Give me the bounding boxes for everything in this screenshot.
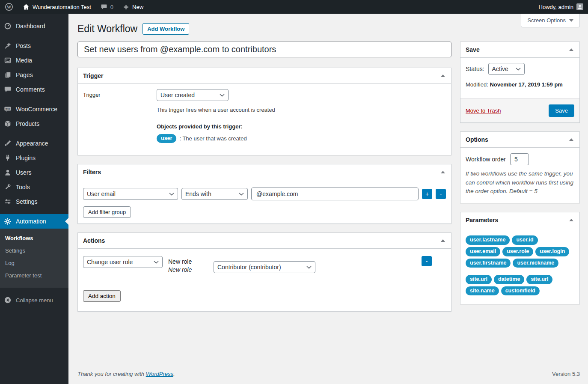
site-parameters-group: site.urldatetimesite.urlsite.namecustomf… bbox=[466, 275, 574, 295]
site-menu[interactable]: Wunderautomation Test bbox=[18, 0, 96, 14]
sidebar-subitem-settings[interactable]: Settings bbox=[0, 244, 68, 257]
parameters-panel-title: Parameters bbox=[466, 217, 498, 223]
sidebar-subitem-parameter-test[interactable]: Parameter test bbox=[0, 269, 68, 282]
parameter-pill[interactable]: site.url bbox=[526, 275, 552, 284]
admin-bar-comments[interactable]: 0 bbox=[96, 0, 118, 14]
filters-panel-body: User email Ends with + - Add filter g bbox=[78, 180, 451, 223]
status-select[interactable]: Active bbox=[488, 63, 525, 75]
sidebar-item-dashboard[interactable]: Dashboard bbox=[0, 19, 68, 33]
sidebar-item-appearance[interactable]: Appearance bbox=[0, 136, 68, 151]
sidebar-item-label: Automation bbox=[16, 218, 46, 225]
triangle-up-icon bbox=[441, 74, 445, 77]
parameter-pill[interactable]: user.lastname bbox=[466, 235, 510, 245]
trigger-select[interactable]: User created bbox=[157, 89, 229, 101]
parameter-pill[interactable]: user.firstname bbox=[466, 259, 511, 268]
modified-label: Modified: bbox=[466, 81, 488, 88]
status-label: Status: bbox=[466, 65, 484, 72]
sidebar-item-label: Users bbox=[16, 169, 32, 176]
trigger-panel-header[interactable]: Trigger bbox=[78, 68, 451, 84]
collapse-panel-button[interactable] bbox=[440, 74, 446, 77]
sidebar-item-pages[interactable]: Pages bbox=[0, 68, 68, 82]
sidebar-item-automation[interactable]: Automation bbox=[0, 214, 68, 229]
save-button[interactable]: Save bbox=[549, 104, 574, 117]
sidebar-item-media[interactable]: Media bbox=[0, 53, 68, 68]
collapse-menu-button[interactable]: Collapse menu bbox=[0, 292, 68, 308]
parameters-panel-body: user.lastnameuser.iduser.emailuser.roleu… bbox=[460, 228, 579, 304]
collapse-panel-button[interactable] bbox=[568, 138, 574, 141]
brush-icon bbox=[3, 140, 12, 147]
sidebar-subitem-workflows[interactable]: Workflows bbox=[0, 232, 68, 244]
sidebar-subitem-log[interactable]: Log bbox=[0, 257, 68, 269]
collapse-panel-button[interactable] bbox=[440, 171, 446, 173]
box-icon bbox=[3, 120, 12, 128]
filter-operator-select[interactable]: Ends with bbox=[181, 188, 248, 200]
screen-options-label: Screen Options bbox=[527, 17, 566, 24]
sidebar-item-posts[interactable]: Posts bbox=[0, 39, 68, 53]
options-panel: Options Workflow order If two workflows … bbox=[460, 131, 580, 204]
add-action-button[interactable]: Add action bbox=[83, 290, 121, 302]
action-type-select[interactable]: Change user role bbox=[83, 256, 163, 268]
admin-bar-right: Howdy, admin bbox=[534, 0, 588, 14]
save-panel-body: Status: Active Modified: November 17, 20… bbox=[460, 58, 579, 122]
svg-text:W: W bbox=[7, 5, 12, 9]
filter-value-input[interactable] bbox=[251, 188, 419, 200]
parameter-pill[interactable]: user.role bbox=[502, 247, 533, 256]
sidebar-item-label: Comments bbox=[16, 86, 45, 93]
save-panel-header[interactable]: Save bbox=[460, 42, 579, 58]
sidebar-item-users[interactable]: Users bbox=[0, 165, 68, 180]
parameters-panel-header[interactable]: Parameters bbox=[460, 212, 579, 228]
triangle-up-icon bbox=[569, 219, 573, 221]
add-filter-group-button[interactable]: Add filter group bbox=[83, 206, 131, 218]
parameter-pill[interactable]: site.name bbox=[466, 286, 499, 296]
sidebar-item-settings[interactable]: Settings bbox=[0, 194, 68, 209]
remove-filter-button[interactable]: - bbox=[436, 189, 446, 199]
triangle-up-icon bbox=[569, 138, 573, 141]
screen-options-tab[interactable]: Screen Options bbox=[521, 14, 580, 27]
workflow-order-input[interactable] bbox=[510, 153, 529, 165]
object-badge[interactable]: user bbox=[157, 134, 176, 143]
save-panel-footer: Move to Trash Save bbox=[460, 98, 579, 122]
filter-field-select[interactable]: User email bbox=[83, 188, 178, 200]
new-role-select[interactable]: Contributor (contributor) bbox=[214, 261, 315, 273]
options-panel-header[interactable]: Options bbox=[460, 132, 579, 148]
save-panel: Save Status: Active bbox=[460, 42, 580, 123]
sidebar-item-woocommerce[interactable]: Woo WooCommerce bbox=[0, 102, 68, 116]
comment-count: 0 bbox=[110, 4, 113, 10]
remove-action-button[interactable]: - bbox=[422, 256, 432, 266]
parameter-pill[interactable]: user.login bbox=[535, 247, 569, 256]
sidebar-item-tools[interactable]: Tools bbox=[0, 180, 68, 194]
parameter-pill[interactable]: user.nickname bbox=[513, 259, 558, 268]
filters-panel-header[interactable]: Filters bbox=[78, 164, 451, 180]
parameter-pill[interactable]: customfield bbox=[501, 286, 540, 296]
pin-icon bbox=[3, 42, 12, 50]
new-content-menu[interactable]: New bbox=[118, 0, 148, 14]
parameter-pill[interactable]: datetime bbox=[494, 275, 524, 284]
trigger-panel-body: Trigger User created This trigger fires … bbox=[78, 84, 451, 155]
sidebar-item-plugins[interactable]: Plugins bbox=[0, 151, 68, 165]
collapse-panel-button[interactable] bbox=[440, 239, 446, 242]
sidebar-item-label: Plugins bbox=[16, 155, 36, 161]
page-title: Edit Workflow bbox=[77, 23, 137, 35]
sidebar-item-products[interactable]: Products bbox=[0, 116, 68, 131]
add-filter-button[interactable]: + bbox=[422, 189, 432, 199]
wordpress-link[interactable]: WordPress bbox=[146, 371, 173, 377]
move-to-trash-link[interactable]: Move to Trash bbox=[466, 107, 501, 114]
workflow-title-input[interactable] bbox=[77, 42, 451, 57]
collapse-panel-button[interactable] bbox=[568, 48, 574, 51]
wordpress-logo-icon[interactable]: W bbox=[0, 0, 18, 14]
parameter-pill[interactable]: user.id bbox=[512, 235, 538, 245]
sidebar-item-label: Pages bbox=[16, 71, 33, 78]
avatar bbox=[576, 3, 583, 10]
actions-panel-header[interactable]: Actions bbox=[78, 233, 451, 249]
sidebar-item-label: Products bbox=[16, 120, 39, 127]
add-workflow-button[interactable]: Add Workflow bbox=[143, 23, 189, 35]
parameter-pill[interactable]: site.url bbox=[466, 275, 492, 284]
parameters-panel: Parameters user.lastnameuser.iduser.emai… bbox=[460, 212, 580, 304]
sidebar-item-label: Appearance bbox=[16, 140, 48, 147]
wrench-icon bbox=[3, 183, 12, 191]
chevron-down-icon bbox=[569, 19, 573, 22]
collapse-panel-button[interactable] bbox=[568, 219, 574, 221]
account-menu[interactable]: Howdy, admin bbox=[534, 0, 588, 14]
sidebar-item-comments[interactable]: Comments bbox=[0, 82, 68, 97]
parameter-pill[interactable]: user.email bbox=[466, 247, 500, 256]
